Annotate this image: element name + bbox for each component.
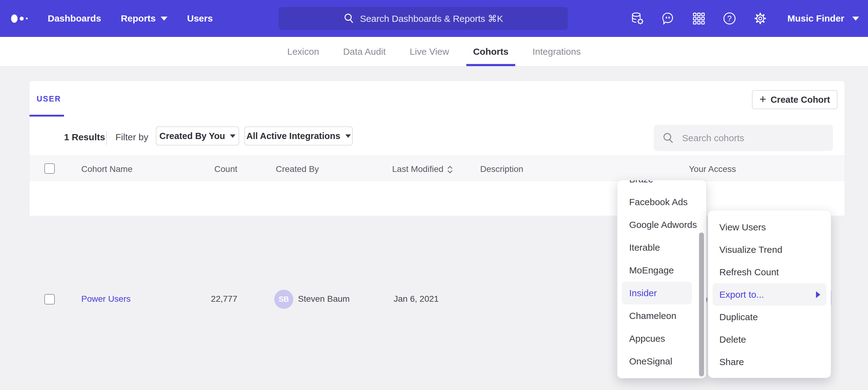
select-all-checkbox[interactable]: [44, 163, 55, 174]
table-header: Cohort Name Count Created By Last Modifi…: [30, 156, 845, 181]
menu-item-iterable[interactable]: Iterable: [617, 236, 706, 259]
menu-item-facebook-ads[interactable]: Facebook Ads: [617, 191, 706, 214]
export-destinations-menu: Braze Facebook Ads Google Adwords Iterab…: [617, 180, 706, 378]
menu-item-appcues[interactable]: Appcues: [617, 327, 706, 350]
tab-integrations[interactable]: Integrations: [532, 37, 581, 66]
avatar: SB: [274, 290, 293, 309]
feedback-icon[interactable]: [661, 12, 675, 25]
section-tabs: Lexicon Data Audit Live View Cohorts Int…: [0, 37, 868, 66]
nav-dashboards[interactable]: Dashboards: [48, 13, 101, 24]
cohorts-card: USER + Create Cohort 1 Results Filter by…: [29, 80, 845, 215]
menu-item-chameleon[interactable]: Chameleon: [617, 304, 706, 327]
column-header-access: Your Access: [689, 164, 736, 174]
export-destinations-list: Braze Facebook Ads Google Adwords Iterab…: [617, 180, 706, 373]
top-navigation-bar: Dashboards Reports Users Search Dashboar…: [0, 0, 868, 37]
create-cohort-button[interactable]: + Create Cohort: [752, 90, 838, 109]
menu-item-delete[interactable]: Delete: [708, 328, 831, 351]
search-icon: [662, 132, 675, 144]
cohort-search-input[interactable]: [681, 125, 829, 151]
create-cohort-label: Create Cohort: [770, 95, 830, 105]
column-header-description: Description: [480, 164, 523, 174]
column-header-name: Cohort Name: [81, 164, 133, 174]
svg-text:?: ?: [727, 14, 732, 23]
active-tab-underline: [30, 115, 64, 117]
chevron-down-icon: [345, 134, 351, 138]
nav-reports[interactable]: Reports: [121, 13, 167, 24]
created-by-filter-label: Created By You: [159, 131, 225, 141]
cohorts-page: Dashboards Reports Users Search Dashboar…: [0, 0, 868, 390]
filter-by-label: Filter by: [116, 132, 148, 142]
plus-icon: +: [760, 93, 766, 105]
menu-item-share[interactable]: Share: [708, 351, 831, 373]
tab-live-view[interactable]: Live View: [410, 37, 449, 66]
export-to-label: Export to...: [719, 289, 764, 300]
nav-reports-label: Reports: [121, 13, 155, 24]
menu-item-moengage[interactable]: MoEngage: [617, 259, 706, 282]
tab-user-cohorts[interactable]: USER: [37, 94, 61, 103]
workspace-switcher[interactable]: Music Finder: [787, 13, 859, 24]
cohort-count: 22,777: [183, 294, 237, 304]
cohort-name-link[interactable]: Power Users: [81, 294, 130, 304]
submenu-arrow-icon: [816, 291, 820, 298]
workspace-name: Music Finder: [787, 13, 844, 24]
menu-item-export-to[interactable]: Export to...: [713, 283, 827, 306]
search-icon: [343, 12, 355, 24]
apps-grid-icon[interactable]: [692, 12, 706, 25]
settings-gear-icon[interactable]: [753, 12, 767, 25]
nav-dashboards-label: Dashboards: [48, 13, 101, 24]
menu-item-refresh-count[interactable]: Refresh Count: [708, 261, 831, 283]
menu-item-braze[interactable]: Braze: [617, 180, 706, 191]
primary-nav: Dashboards Reports Users: [48, 0, 213, 37]
chevron-down-icon: [852, 17, 859, 21]
last-modified-label: Last Modified: [392, 164, 443, 174]
sort-icon[interactable]: [447, 166, 453, 173]
divider: [106, 131, 107, 145]
menu-item-insider[interactable]: Insider: [622, 282, 692, 304]
row-actions-menu: View Users Visualize Trend Refresh Count…: [708, 210, 831, 378]
column-header-count: Count: [183, 164, 237, 174]
global-search-button[interactable]: Search Dashboards & Reports ⌘K: [279, 7, 568, 30]
column-header-created-by: Created By: [276, 164, 319, 174]
column-header-last-modified: Last Modified: [392, 164, 453, 174]
integrations-filter-dropdown[interactable]: All Active Integrations: [244, 126, 353, 145]
chevron-down-icon: [161, 17, 167, 21]
menu-item-visualize-trend[interactable]: Visualize Trend: [708, 238, 831, 261]
last-modified-date: Jan 6, 2021: [394, 294, 439, 304]
integrations-filter-label: All Active Integrations: [246, 131, 340, 141]
menu-item-view-users[interactable]: View Users: [708, 216, 831, 238]
created-by-name: Steven Baum: [298, 294, 350, 304]
nav-users-label: Users: [187, 13, 213, 24]
help-icon[interactable]: ?: [723, 12, 736, 25]
cohort-search-box: [654, 125, 833, 151]
menu-item-onesignal[interactable]: OneSignal: [617, 350, 706, 373]
menu-item-google-adwords[interactable]: Google Adwords: [617, 214, 706, 236]
chevron-down-icon: [230, 134, 236, 138]
tab-cohorts[interactable]: Cohorts: [473, 37, 508, 66]
topbar-actions: ? Music Finder: [630, 0, 859, 37]
tab-lexicon[interactable]: Lexicon: [287, 37, 319, 66]
mixpanel-logo-icon: [11, 0, 28, 37]
global-search-placeholder: Search Dashboards & Reports ⌘K: [360, 13, 503, 24]
menu-item-duplicate[interactable]: Duplicate: [708, 306, 831, 328]
scrollbar-thumb[interactable]: [699, 232, 704, 377]
created-by-filter-dropdown[interactable]: Created By You: [156, 126, 239, 145]
row-checkbox[interactable]: [44, 294, 55, 304]
data-management-icon[interactable]: [630, 12, 644, 25]
results-count: 1 Results: [64, 132, 105, 142]
nav-users[interactable]: Users: [187, 13, 213, 24]
tab-data-audit[interactable]: Data Audit: [343, 37, 386, 66]
